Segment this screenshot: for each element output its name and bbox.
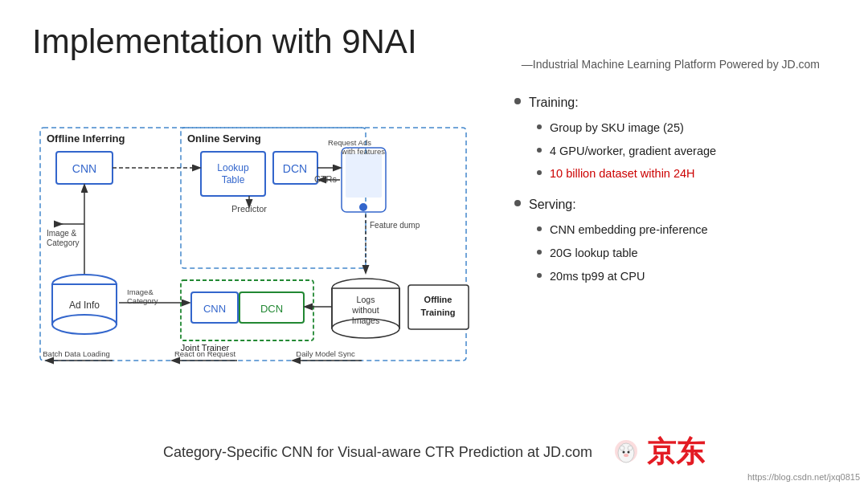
bullet-dot-sub <box>537 226 542 231</box>
svg-text:Daily Model Sync: Daily Model Sync <box>296 349 355 358</box>
training-item-2: 4 GPU/worker, gradient average <box>550 141 716 161</box>
svg-text:DCN: DCN <box>260 303 283 315</box>
svg-text:Category: Category <box>127 296 158 305</box>
svg-text:Category: Category <box>47 238 80 247</box>
serving-bullet: Serving: <box>514 194 836 215</box>
svg-text:Ad Info: Ad Info <box>69 300 100 311</box>
serving-item-3: 20ms tp99 at CPU <box>550 267 645 287</box>
jd-text: 京东 <box>647 433 705 472</box>
svg-text:Offline: Offline <box>424 295 452 304</box>
svg-text:with features: with features <box>341 147 385 156</box>
serving-item-2: 20G lookup table <box>550 243 638 263</box>
svg-text:Training: Training <box>421 308 456 317</box>
serving-item-1: CNN embedding pre-inference <box>550 220 708 240</box>
svg-text:Batch Data Loading: Batch Data Loading <box>43 349 109 358</box>
svg-point-63 <box>620 446 624 450</box>
svg-text:CNN: CNN <box>72 162 96 175</box>
training-sub-3: 10 billion dataset within 24H <box>537 164 836 184</box>
slide-title: Implementation with 9NAI <box>32 22 836 61</box>
training-sub-2: 4 GPU/worker, gradient average <box>537 141 836 161</box>
slide: Implementation with 9NAI —Industrial Mac… <box>0 0 868 485</box>
bullet-dot-sub <box>537 273 542 278</box>
bullet-dot-sub <box>537 250 542 255</box>
svg-point-32 <box>52 315 117 334</box>
training-item-1: Group by SKU image (25) <box>550 118 684 138</box>
svg-point-13 <box>359 203 367 211</box>
serving-sub-1: CNN embedding pre-inference <box>537 220 836 240</box>
svg-point-65 <box>622 450 624 453</box>
svg-text:Online Serving: Online Serving <box>187 132 261 145</box>
svg-text:Logs: Logs <box>357 295 375 304</box>
serving-label: Serving: <box>529 194 576 215</box>
jd-dog-icon <box>608 435 644 471</box>
svg-text:Image &: Image & <box>47 229 77 238</box>
bullet-dot <box>514 98 521 104</box>
svg-text:without: without <box>351 305 379 315</box>
training-bullet: Training: <box>514 92 836 113</box>
bullet-dot-sub <box>537 124 542 129</box>
svg-text:React on Request: React on Request <box>174 349 235 358</box>
serving-sub-3: 20ms tp99 at CPU <box>537 267 836 287</box>
watermark: https://blog.csdn.net/jxq0815 <box>747 472 860 482</box>
svg-text:Images: Images <box>352 316 379 325</box>
svg-rect-2 <box>181 128 366 268</box>
serving-sub-2: 20G lookup table <box>537 243 836 263</box>
footer-text: Category-Specific CNN for Visual-aware C… <box>163 444 592 461</box>
svg-text:CNN: CNN <box>203 303 226 315</box>
svg-point-67 <box>624 454 628 457</box>
svg-text:CTRs: CTRs <box>314 174 338 184</box>
diagram: Offline Inferring Online Serving CNN Loo… <box>32 84 498 389</box>
svg-text:Request Ads: Request Ads <box>328 138 371 147</box>
architecture-diagram: Offline Inferring Online Serving CNN Loo… <box>32 84 498 389</box>
svg-text:Image&: Image& <box>127 287 154 296</box>
svg-text:DCN: DCN <box>283 162 307 175</box>
training-sub-1: Group by SKU image (25) <box>537 118 836 138</box>
svg-text:Lookup: Lookup <box>217 162 249 173</box>
bullet-dot-sub <box>537 148 542 153</box>
bullets-panel: Training: Group by SKU image (25) 4 GPU/… <box>514 84 836 426</box>
bullet-dot-sub <box>537 170 542 175</box>
bullet-dot <box>514 200 521 206</box>
svg-point-64 <box>628 446 633 450</box>
training-label: Training: <box>529 92 579 113</box>
footer: Category-Specific CNN for Visual-aware C… <box>0 433 868 472</box>
svg-point-66 <box>627 450 629 453</box>
svg-text:Feature dump: Feature dump <box>370 221 420 230</box>
svg-rect-12 <box>346 153 382 198</box>
jd-logo: 京东 <box>608 433 705 472</box>
svg-text:Table: Table <box>222 174 245 185</box>
content-area: Offline Inferring Online Serving CNN Loo… <box>32 84 836 426</box>
svg-text:Offline Inferring: Offline Inferring <box>47 132 125 145</box>
training-item-3: 10 billion dataset within 24H <box>550 164 695 184</box>
